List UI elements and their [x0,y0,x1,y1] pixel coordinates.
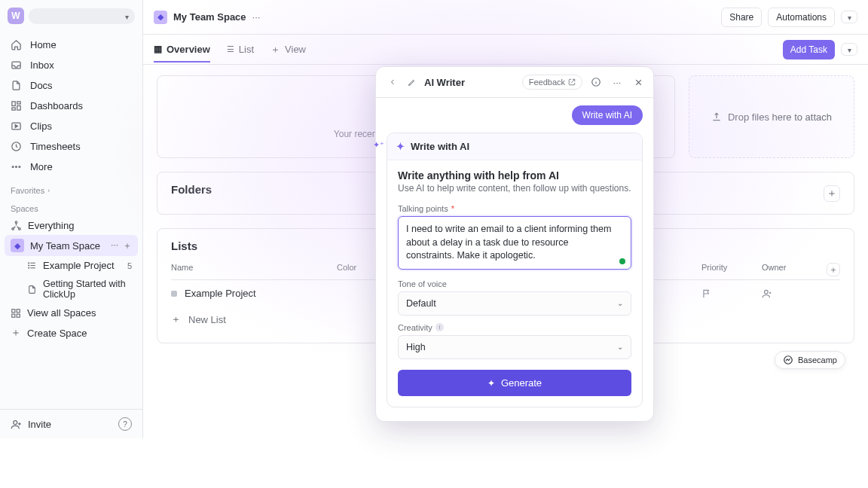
form-head-label: Write with AI [411,141,469,152]
svg-point-7 [12,166,14,168]
svg-point-18 [29,267,29,268]
tab-overview[interactable]: ▦ Overview [154,44,210,63]
tone-label: Tone of voice [398,279,631,288]
help-icon[interactable]: ? [118,417,132,431]
tab-list[interactable]: ☰ List [227,44,254,55]
dialog-title: AI Writer [424,77,465,88]
folders-title: Folders [171,183,212,196]
chevron-down-icon [848,44,851,55]
dashboard-icon [11,100,23,111]
sparkle-icon: ✦⁺ [373,140,384,150]
sidebar-example-project[interactable]: Example Project 5 [0,256,142,275]
write-with-ai-chip[interactable]: Write with AI [572,105,643,125]
owner-cell[interactable] [762,288,822,299]
col-owner: Owner [762,263,822,276]
svg-rect-4 [12,108,15,110]
svg-point-8 [16,166,17,168]
chevron-down-icon [125,11,129,22]
clock-icon [11,141,23,152]
overview-icon: ▦ [154,44,162,54]
sidebar-view-all-label: View all Spaces [27,307,96,319]
plus-icon: ＋ [270,43,280,56]
status-dot-icon [619,258,625,264]
sidebar-everything[interactable]: Everything [0,216,142,235]
basecamp-badge[interactable]: Basecamp [775,351,845,369]
creativity-select[interactable]: High ⌄ [398,335,631,359]
tab-overview-label: Overview [167,44,210,55]
feedback-button[interactable]: Feedback [522,75,582,90]
chevron-down-icon: ⌄ [617,299,623,307]
tab-add-view[interactable]: ＋ View [270,43,306,56]
sparkle-icon: ✦ [396,141,405,152]
basecamp-label: Basecamp [798,355,837,364]
sidebar: W Home Inbox Docs Dashboards Clips [0,0,143,438]
nav-inbox-label: Inbox [30,59,54,71]
nav-docs[interactable]: Docs [0,75,142,96]
nav-timesheets-label: Timesheets [30,141,81,152]
sidebar-team-space[interactable]: ◆ My Team Space ··· ＋ [5,235,138,256]
nav-docs-label: Docs [30,80,53,91]
generate-button[interactable]: Generate [398,370,631,396]
share-button[interactable]: Share [721,8,762,27]
add-folder-button[interactable]: ＋ [824,185,840,202]
svg-rect-2 [17,102,20,104]
file-drop-zone[interactable]: Drop files here to attach [689,75,854,158]
col-name: Name [171,263,337,276]
nav-timesheets[interactable]: Timesheets [0,136,142,157]
user-plus-icon [11,419,22,430]
sidebar-view-all-spaces[interactable]: View all Spaces [0,303,142,322]
info-icon[interactable] [588,75,604,90]
generate-label: Generate [501,377,542,389]
nav-home[interactable]: Home [0,35,142,55]
space-more-icon[interactable]: ··· [111,239,118,252]
priority-cell[interactable] [701,288,762,299]
doc-icon [11,80,23,91]
talking-points-input[interactable] [398,216,631,270]
nav-home-label: Home [30,39,57,50]
nav-inbox[interactable]: Inbox [0,55,142,75]
add-task-button[interactable]: Add Task [783,40,835,59]
home-icon [11,39,23,50]
plus-icon: ＋ [171,313,181,326]
tone-select[interactable]: Default ⌄ [398,291,631,316]
talking-points-label: Talking points* [398,204,631,213]
page-title-more-icon[interactable]: ··· [252,11,261,23]
edit-icon[interactable] [405,75,420,90]
add-column-button[interactable]: ＋ [827,263,840,276]
view-tabs: ▦ Overview ☰ List ＋ View Add Task [143,35,868,65]
svg-rect-20 [17,309,20,312]
automations-button[interactable]: Automations [768,8,835,27]
add-task-dropdown[interactable] [841,43,857,56]
new-list-label: New List [188,314,226,325]
team-space-icon: ◆ [154,11,167,24]
col-priority: Priority [701,263,762,276]
svg-point-17 [29,265,29,266]
sidebar-team-space-label: My Team Space [30,240,100,252]
nav-more[interactable]: More [0,157,142,177]
topbar: ◆ My Team Space ··· Share Automations [143,0,868,35]
automations-dropdown[interactable] [841,11,857,23]
sidebar-example-project-label: Example Project [43,260,115,271]
sidebar-create-space[interactable]: ＋ Create Space [0,322,142,343]
svg-rect-22 [17,314,20,317]
workspace-name-pill[interactable] [29,8,135,24]
nav-more-label: More [30,161,53,172]
info-icon[interactable]: i [436,323,444,331]
nav-clips[interactable]: Clips [0,116,142,136]
favorites-header[interactable]: Favorites› [0,180,142,198]
back-icon[interactable] [385,75,400,90]
invite-button[interactable]: Invite [11,419,51,430]
space-add-icon[interactable]: ＋ [123,239,132,252]
ai-form-card: ✦ Write with AI Write anything with help… [387,133,643,407]
sidebar-getting-started[interactable]: Getting Started with ClickUp [0,275,142,303]
nav-dashboards[interactable]: Dashboards [0,96,142,116]
dialog-more-icon[interactable]: ··· [610,75,625,90]
spaces-header: Spaces [0,198,142,216]
tab-list-label: List [239,44,254,55]
sidebar-create-space-label: Create Space [27,328,87,339]
close-icon[interactable] [631,75,646,90]
list-icon [27,261,37,270]
more-icon [11,161,23,172]
creativity-value: High [406,342,426,352]
workspace-switcher[interactable]: W [0,0,142,32]
